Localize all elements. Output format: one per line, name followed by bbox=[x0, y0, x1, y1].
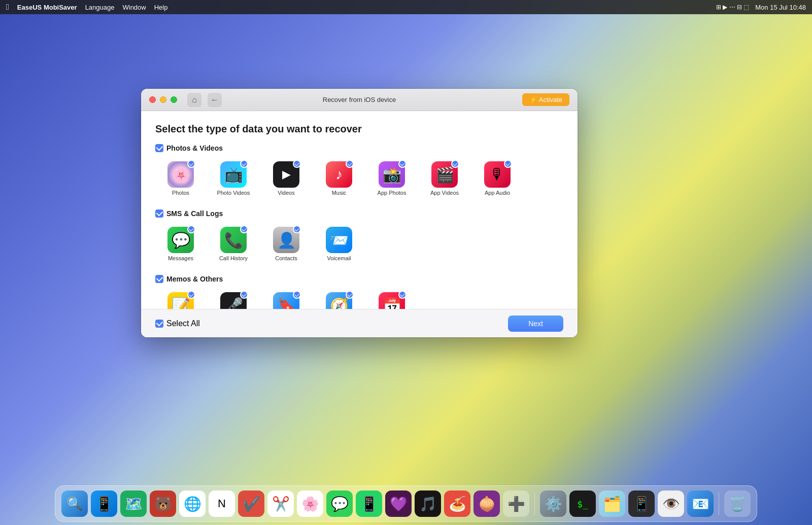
category-title-memos-others: Memos & Others bbox=[166, 275, 223, 283]
data-item-call-history[interactable]: 📞Call History bbox=[208, 223, 259, 266]
select-all-label: Select All bbox=[166, 319, 200, 328]
item-label-photo-videos: Photo Videos bbox=[217, 190, 250, 196]
dock: 🔍 📱 🗺️ 🐻 🌐 N ✔️ ✂️ 🌸 💬 📱 💜 🎵 🍝 🧅 ➕ ⚙️ $_… bbox=[55, 485, 757, 522]
bottom-bar: Select All Next bbox=[141, 309, 578, 337]
traffic-lights bbox=[149, 96, 177, 103]
data-item-notes[interactable]: 📝Notes bbox=[155, 288, 206, 309]
titlebar-controls: ⌂ ← bbox=[187, 93, 222, 107]
data-item-app-audio[interactable]: 🎙App Audio bbox=[472, 157, 523, 200]
dock-item-todoist[interactable]: ✔️ bbox=[238, 491, 264, 517]
icon-container-voice-memos: 🎤 bbox=[220, 292, 247, 309]
item-check-voice-memos bbox=[240, 291, 248, 299]
dock-item-whatsapp[interactable]: 📱 bbox=[356, 491, 382, 517]
dock-item-tor[interactable]: 🧅 bbox=[473, 491, 500, 517]
item-label-app-photos: App Photos bbox=[378, 190, 407, 196]
category-memos-others: Memos & Others📝Notes🎤Voice Memos🔖Safari … bbox=[155, 275, 563, 309]
item-check-contacts bbox=[293, 225, 301, 233]
close-button[interactable] bbox=[149, 96, 156, 103]
data-item-photo-videos[interactable]: 📺Photo Videos bbox=[208, 157, 259, 200]
dock-item-capcut[interactable]: ✂️ bbox=[267, 491, 294, 517]
category-checkbox-photos-videos[interactable] bbox=[155, 144, 163, 152]
icon-container-safari-bookmarks: 🔖 bbox=[273, 292, 299, 309]
category-checkbox-sms-call-logs[interactable] bbox=[155, 209, 163, 218]
home-button[interactable]: ⌂ bbox=[187, 93, 201, 107]
next-button[interactable]: Next bbox=[508, 316, 563, 332]
icon-container-call-history: 📞 bbox=[220, 227, 247, 253]
items-grid-photos-videos: 🌸Photos📺Photo Videos▶Videos♪Music📸App Ph… bbox=[155, 157, 563, 200]
category-photos-videos: Photos & Videos🌸Photos📺Photo Videos▶Vide… bbox=[155, 144, 563, 200]
select-all-checkbox[interactable] bbox=[155, 320, 163, 328]
back-button[interactable]: ← bbox=[208, 93, 222, 107]
dock-divider bbox=[534, 493, 535, 515]
app-name[interactable]: EaseUS MobiSaver bbox=[17, 4, 77, 11]
data-item-music[interactable]: ♪Music bbox=[314, 157, 364, 200]
items-grid-sms-call-logs: 💬Messages📞Call History👤Contacts📨Voicemai… bbox=[155, 223, 563, 266]
dock-divider-2 bbox=[719, 493, 719, 515]
data-item-safari-history[interactable]: 🧭Safari History bbox=[314, 288, 364, 309]
dock-item-iphone[interactable]: 📱 bbox=[628, 491, 655, 517]
dock-item-settings[interactable]: ⚙️ bbox=[540, 491, 566, 517]
title-bar: ⌂ ← Recover from iOS device ⚡ Activate bbox=[141, 89, 578, 111]
data-item-messages[interactable]: 💬Messages bbox=[155, 223, 206, 266]
dock-item-finder[interactable]: 🔍 bbox=[61, 491, 88, 517]
menu-help[interactable]: Help bbox=[154, 4, 168, 11]
maximize-button[interactable] bbox=[171, 96, 177, 103]
apple-menu[interactable]:  bbox=[6, 3, 9, 12]
data-item-voicemail[interactable]: 📨Voicemail bbox=[314, 223, 364, 266]
dock-item-terminal[interactable]: $_ bbox=[569, 491, 596, 517]
item-check-photos bbox=[187, 160, 195, 168]
icon-container-photos: 🌸 bbox=[167, 161, 194, 188]
menubar-left:  EaseUS MobiSaver Language Window Help bbox=[6, 3, 167, 12]
data-item-app-videos[interactable]: 🎬App Videos bbox=[419, 157, 470, 200]
data-item-calendar-reminders[interactable]: 📅Calendar & Reminders bbox=[366, 288, 417, 309]
menu-window[interactable]: Window bbox=[122, 4, 146, 11]
data-item-contacts[interactable]: 👤Contacts bbox=[261, 223, 312, 266]
icon-container-app-audio: 🎙 bbox=[484, 161, 511, 188]
item-check-photo-videos bbox=[240, 160, 248, 168]
item-label-contacts: Contacts bbox=[275, 255, 297, 262]
data-item-app-photos[interactable]: 📸App Photos bbox=[366, 157, 417, 200]
data-item-safari-bookmarks[interactable]: 🔖Safari Bookmarks bbox=[261, 288, 312, 309]
dock-item-photos[interactable]: 🌸 bbox=[297, 491, 323, 517]
dock-item-mail[interactable]: 📧 bbox=[687, 491, 714, 517]
content-area: Select the type of data you want to reco… bbox=[141, 111, 578, 309]
category-header-sms-call-logs: SMS & Call Logs bbox=[155, 209, 563, 218]
dock-item-messages[interactable]: 💬 bbox=[326, 491, 353, 517]
dock-item-bear[interactable]: 🐻 bbox=[150, 491, 176, 517]
item-check-notes bbox=[187, 291, 195, 299]
item-label-messages: Messages bbox=[168, 255, 193, 262]
data-item-videos[interactable]: ▶Videos bbox=[261, 157, 312, 200]
item-check-music bbox=[346, 160, 354, 168]
category-checkbox-memos-others[interactable] bbox=[155, 275, 163, 283]
dock-item-chrome[interactable]: 🌐 bbox=[179, 491, 206, 517]
dock-item-trash[interactable]: 🗑️ bbox=[724, 491, 751, 517]
icon-container-safari-history: 🧭 bbox=[326, 292, 352, 309]
item-label-app-audio: App Audio bbox=[485, 190, 510, 196]
dock-item-files[interactable]: 🗂️ bbox=[599, 491, 625, 517]
icon-container-app-photos: 📸 bbox=[379, 161, 405, 188]
dock-item-pasta[interactable]: 🍝 bbox=[444, 491, 470, 517]
item-icon-voicemail: 📨 bbox=[326, 227, 352, 253]
dock-item-addapp[interactable]: ➕ bbox=[503, 491, 529, 517]
icon-container-music: ♪ bbox=[326, 161, 352, 188]
menubar-icons: ⊞ ▶ ⋯ ⊟ ⬚ bbox=[716, 4, 749, 11]
item-label-videos: Videos bbox=[278, 190, 294, 196]
dock-item-preview[interactable]: 👁️ bbox=[658, 491, 684, 517]
item-label-app-videos: App Videos bbox=[430, 190, 459, 196]
menubar:  EaseUS MobiSaver Language Window Help … bbox=[0, 0, 812, 14]
select-all-container[interactable]: Select All bbox=[155, 319, 200, 328]
dock-item-slack[interactable]: 💜 bbox=[385, 491, 412, 517]
app-window: ⌂ ← Recover from iOS device ⚡ Activate S… bbox=[141, 89, 578, 337]
category-title-sms-call-logs: SMS & Call Logs bbox=[166, 209, 223, 218]
minimize-button[interactable] bbox=[160, 96, 166, 103]
dock-item-maps[interactable]: 🗺️ bbox=[120, 491, 147, 517]
activate-button[interactable]: ⚡ Activate bbox=[522, 93, 569, 106]
menubar-time: Mon 15 Jul 10:48 bbox=[755, 4, 806, 11]
dock-item-notion[interactable]: N bbox=[209, 491, 235, 517]
data-item-photos[interactable]: 🌸Photos bbox=[155, 157, 206, 200]
dock-item-appstore[interactable]: 📱 bbox=[91, 491, 117, 517]
data-item-voice-memos[interactable]: 🎤Voice Memos bbox=[208, 288, 259, 309]
dock-item-spotify[interactable]: 🎵 bbox=[415, 491, 441, 517]
menubar-right: ⊞ ▶ ⋯ ⊟ ⬚ Mon 15 Jul 10:48 bbox=[716, 4, 806, 11]
menu-language[interactable]: Language bbox=[85, 4, 115, 11]
